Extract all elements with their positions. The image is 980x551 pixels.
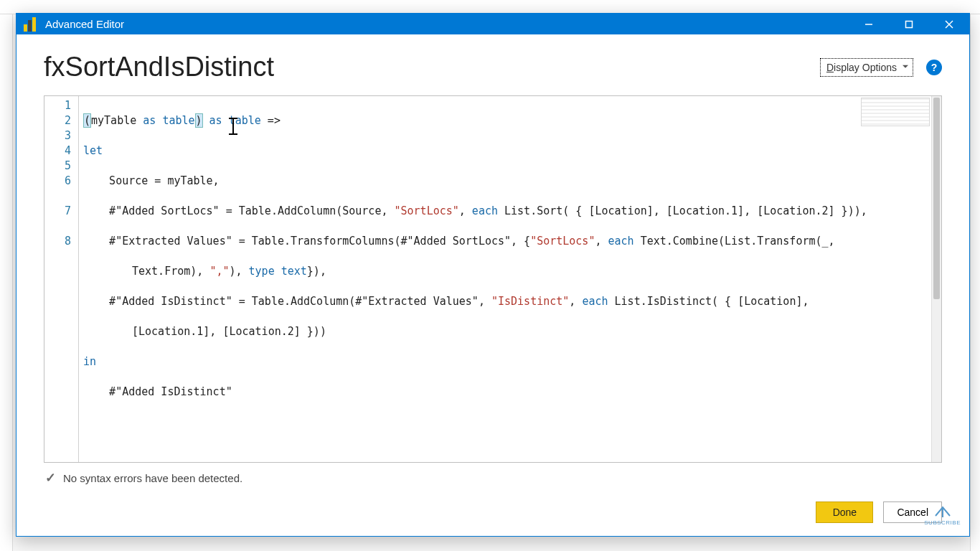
window-title: Advanced Editor (45, 18, 124, 30)
line-number: 7 (44, 204, 78, 234)
power-bi-icon (24, 17, 38, 32)
vertical-scrollbar[interactable] (931, 96, 941, 462)
svg-rect-1 (906, 21, 913, 27)
minimize-button[interactable] (849, 14, 889, 34)
line-number: 1 (44, 98, 78, 113)
code-editor[interactable]: 1 2 3 4 5 6 7 8 ((myTable myTable as tab… (44, 95, 942, 463)
display-options-dropdown[interactable]: Display Options (820, 58, 913, 77)
query-name: fxSortAndIsDistinct (44, 52, 274, 83)
display-options-label: isplay Options (834, 62, 897, 73)
check-icon: ✓ (45, 470, 56, 486)
dialog-footer: Done Cancel (44, 486, 942, 523)
cancel-button[interactable]: Cancel (883, 501, 942, 523)
background-ribbon (0, 0, 980, 14)
content-area: fxSortAndIsDistinct Display Options ? 1 … (17, 34, 969, 536)
line-number-gutter: 1 2 3 4 5 6 7 8 (44, 96, 79, 462)
syntax-status-text: No syntax errors have been detected. (63, 472, 242, 484)
advanced-editor-window: Advanced Editor fxSortAndIsDistinct Disp… (16, 13, 970, 537)
background-panel-right (970, 14, 980, 551)
background-panel-left (0, 14, 13, 551)
code-text-area[interactable]: ((myTable myTable as table) as table => … (79, 96, 941, 462)
maximize-button[interactable] (889, 14, 929, 34)
line-number: 6 (44, 174, 78, 204)
line-number: 3 (44, 128, 78, 143)
syntax-status: ✓ No syntax errors have been detected. (44, 463, 942, 486)
header-row: fxSortAndIsDistinct Display Options ? (44, 52, 942, 83)
help-icon[interactable]: ? (926, 60, 942, 75)
code-minimap[interactable] (861, 98, 930, 126)
window-controls (849, 14, 969, 34)
line-number: 8 (44, 234, 78, 249)
line-number: 2 (44, 113, 78, 128)
line-number: 4 (44, 143, 78, 159)
scrollbar-thumb[interactable] (933, 98, 940, 299)
titlebar[interactable]: Advanced Editor (17, 14, 969, 34)
done-button[interactable]: Done (816, 501, 873, 523)
close-button[interactable] (929, 14, 969, 34)
line-number: 5 (44, 159, 78, 174)
